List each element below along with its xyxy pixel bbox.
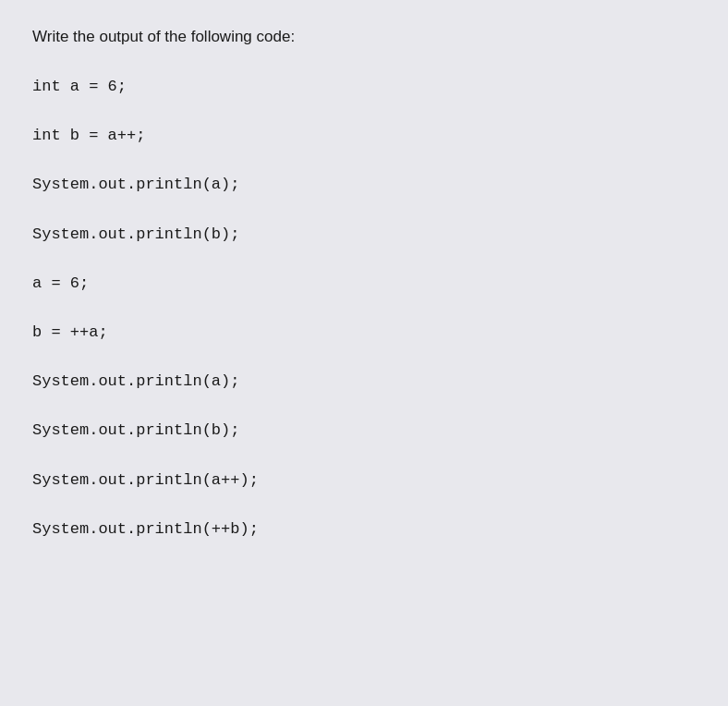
- code-line: System.out.println(a);: [32, 363, 696, 399]
- code-line: a = 6;: [32, 265, 696, 301]
- code-line: [32, 498, 696, 511]
- code-line: System.out.println(a);: [32, 166, 696, 202]
- code-line: [32, 104, 696, 117]
- code-line: System.out.println(a++);: [32, 462, 696, 498]
- code-line: b = ++a;: [32, 314, 696, 350]
- code-line: int b = a++;: [32, 117, 696, 153]
- code-line: [32, 153, 696, 166]
- content-container: Write the output of the following code: …: [32, 28, 696, 547]
- code-line: [32, 252, 696, 265]
- question-label: Write the output of the following code:: [32, 28, 696, 46]
- code-line: System.out.println(++b);: [32, 511, 696, 547]
- code-line: [32, 350, 696, 363]
- code-line: [32, 301, 696, 314]
- code-line: int a = 6;: [32, 68, 696, 104]
- code-line: [32, 399, 696, 412]
- code-line: System.out.println(b);: [32, 412, 696, 448]
- code-block: int a = 6;int b = a++;System.out.println…: [32, 68, 696, 547]
- code-line: [32, 203, 696, 216]
- code-line: [32, 449, 696, 462]
- code-line: System.out.println(b);: [32, 216, 696, 252]
